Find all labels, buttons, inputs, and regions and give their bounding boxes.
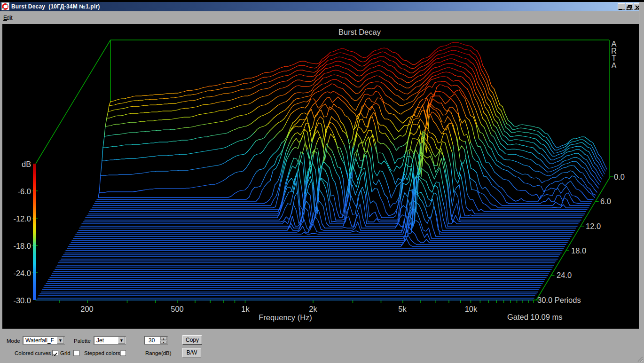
svg-text:0.0: 0.0 — [614, 173, 625, 181]
svg-text:-18.0: -18.0 — [13, 242, 31, 250]
svg-text:24.0: 24.0 — [557, 271, 572, 279]
svg-text:2k: 2k — [309, 305, 317, 313]
svg-text:-24.0: -24.0 — [13, 269, 31, 277]
svg-text:18.0: 18.0 — [571, 246, 586, 255]
svg-text:12.0: 12.0 — [586, 222, 601, 230]
svg-text:200: 200 — [80, 305, 94, 313]
svg-text:-6.0: -6.0 — [18, 187, 31, 196]
svg-text:30.0 Periods: 30.0 Periods — [537, 296, 581, 304]
svg-text:A: A — [611, 61, 616, 70]
svg-text:Gated 10.09 ms: Gated 10.09 ms — [507, 313, 562, 321]
svg-text:10k: 10k — [465, 305, 478, 313]
svg-text:6.0: 6.0 — [600, 197, 611, 205]
svg-text:Frequency (Hz): Frequency (Hz) — [259, 313, 312, 322]
svg-text:500: 500 — [171, 305, 184, 313]
svg-text:Burst Decay: Burst Decay — [338, 28, 381, 36]
svg-text:-30.0: -30.0 — [13, 296, 31, 305]
svg-text:5k: 5k — [398, 305, 407, 313]
svg-text:dB: dB — [22, 160, 31, 168]
svg-text:-12.0: -12.0 — [13, 214, 31, 223]
svg-text:1k: 1k — [241, 305, 250, 313]
